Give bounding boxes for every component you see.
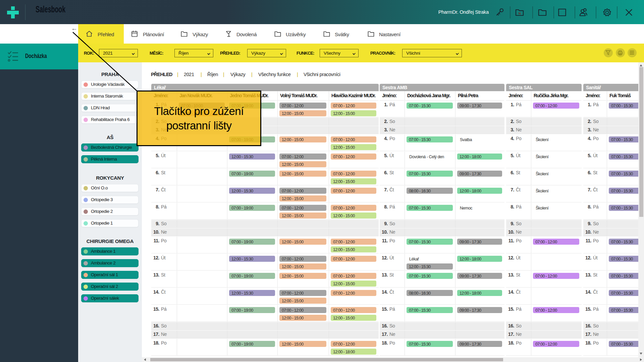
svg-text:N: N [519, 11, 521, 15]
